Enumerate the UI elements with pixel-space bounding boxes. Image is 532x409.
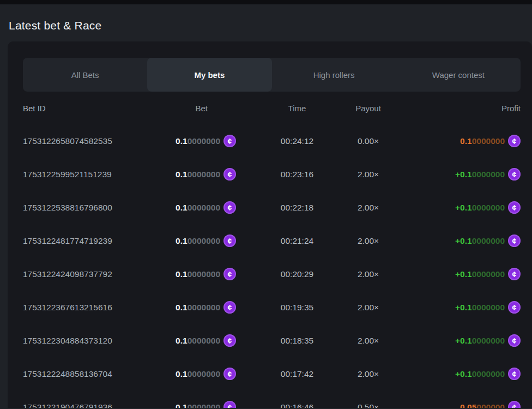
bet-amount-significant: 0.1 (176, 170, 188, 179)
bet-amount-cell: 0.10000000¢ (167, 135, 236, 147)
profit-cell: +0.10000000¢ (405, 268, 521, 280)
bet-amount-significant: 0.1 (176, 136, 188, 146)
profit-zeros: 0000000 (472, 269, 505, 279)
payout-cell: 2.00× (331, 303, 405, 312)
bet-id-cell: 1753122248858136704 (23, 369, 167, 379)
payout-cell: 2.00× (331, 336, 405, 346)
bet-amount-cell: 0.10000000¢ (167, 401, 236, 408)
coin-icon: ¢ (223, 234, 236, 247)
table-row[interactable]: 17531222488581367040.10000000¢00:17:422.… (23, 357, 521, 390)
time-cell: 00:23:16 (263, 170, 331, 179)
bet-amount-significant: 0.1 (176, 336, 188, 346)
table-row[interactable]: 17531224240987377920.10000000¢00:20:292.… (23, 257, 521, 291)
bet-id-cell: 1753122658074582535 (23, 136, 167, 146)
bets-tab-bar: All BetsMy betsHigh rollersWager contest (23, 58, 521, 92)
table-row[interactable]: 17531223048843731200.10000000¢00:18:352.… (23, 324, 521, 357)
profit-cell: +0.10000000¢ (405, 368, 521, 380)
profit-zeros: 0000000 (472, 236, 505, 246)
bets-table-body: 17531226580745825350.10000000¢00:24:120.… (23, 124, 521, 408)
page-title: Latest bet & Race (9, 19, 532, 32)
coin-icon: ¢ (508, 201, 521, 214)
profit-cell: +0.10000000¢ (405, 234, 521, 247)
time-cell: 00:18:35 (263, 336, 331, 346)
tab-all-bets[interactable]: All Bets (23, 58, 147, 92)
bet-amount-significant: 0.1 (176, 269, 188, 279)
coin-icon: ¢ (223, 135, 236, 147)
coin-icon: ¢ (223, 201, 236, 214)
profit-significant: +0.1 (455, 336, 472, 346)
bet-amount-significant: 0.1 (176, 236, 188, 246)
profit-significant: +0.1 (455, 369, 472, 379)
coin-icon: ¢ (223, 168, 236, 181)
bet-amount-cell: 0.10000000¢ (167, 301, 236, 314)
bet-amount-zeros: 0000000 (188, 170, 220, 179)
bet-id-cell: 1753122481774719239 (23, 236, 167, 246)
bet-amount-zeros: 0000000 (188, 336, 220, 346)
bet-amount-zeros: 0000000 (188, 136, 220, 146)
payout-cell: 0.50× (331, 402, 405, 408)
profit-cell: 0.05000000¢ (405, 401, 521, 408)
table-row[interactable]: 17531223676132156160.10000000¢00:19:352.… (23, 291, 521, 324)
bet-amount-zeros: 0000000 (188, 369, 220, 379)
table-row[interactable]: 17531225388167968000.10000000¢00:22:182.… (23, 191, 521, 224)
coin-icon: ¢ (223, 334, 236, 347)
profit-zeros: 0000000 (472, 369, 505, 379)
coin-icon: ¢ (508, 401, 521, 408)
coin-icon: ¢ (508, 334, 521, 347)
payout-cell: 0.00× (331, 136, 405, 146)
bet-amount-significant: 0.1 (176, 402, 188, 408)
coin-icon: ¢ (508, 268, 521, 280)
coin-icon: ¢ (223, 368, 236, 380)
bet-amount-zeros: 0000000 (188, 203, 220, 213)
tab-wager-contest[interactable]: Wager contest (396, 58, 521, 92)
coin-icon: ¢ (508, 301, 521, 314)
coin-icon: ¢ (223, 401, 236, 408)
time-cell: 00:19:35 (263, 303, 331, 312)
bet-amount-significant: 0.1 (176, 303, 188, 312)
column-header-profit: Profit (405, 104, 521, 113)
bet-amount-cell: 0.10000000¢ (167, 368, 236, 380)
time-cell: 00:24:12 (263, 136, 331, 146)
bet-id-cell: 1753122599521151239 (23, 170, 167, 179)
bet-amount-cell: 0.10000000¢ (167, 168, 236, 181)
bet-amount-cell: 0.10000000¢ (167, 201, 236, 214)
profit-significant: +0.1 (455, 303, 472, 312)
payout-cell: 2.00× (331, 170, 405, 179)
profit-cell: 0.10000000¢ (405, 135, 521, 147)
profit-cell: +0.10000000¢ (405, 334, 521, 347)
tab-label: High rollers (313, 70, 355, 80)
bet-id-cell: 1753122538816796800 (23, 203, 167, 213)
tab-high-rollers[interactable]: High rollers (272, 58, 396, 92)
table-row[interactable]: 17531224817747192390.10000000¢00:21:242.… (23, 224, 521, 257)
profit-zeros: 0000000 (472, 136, 505, 146)
payout-cell: 2.00× (331, 269, 405, 279)
bet-id-cell: 1753122190476791936 (23, 402, 167, 408)
bet-amount-zeros: 0000000 (188, 303, 220, 312)
coin-icon: ¢ (508, 135, 521, 147)
bet-id-cell: 1753122367613215616 (23, 303, 167, 312)
profit-cell: +0.10000000¢ (405, 168, 521, 181)
table-row[interactable]: 17531221904767919360.10000000¢00:16:460.… (23, 390, 521, 408)
profit-significant: 0.1 (460, 136, 472, 146)
profit-significant: +0.1 (455, 203, 472, 213)
bet-amount-significant: 0.1 (176, 369, 188, 379)
column-header-bet-id: Bet ID (23, 104, 167, 113)
bet-amount-zeros: 0000000 (188, 402, 220, 408)
profit-zeros: 0000000 (472, 336, 505, 346)
time-cell: 00:17:42 (263, 369, 331, 379)
bet-id-cell: 1753122304884373120 (23, 336, 167, 346)
time-cell: 00:16:46 (263, 402, 331, 408)
bet-amount-zeros: 0000000 (188, 269, 220, 279)
profit-significant: +0.1 (455, 236, 472, 246)
table-row[interactable]: 17531225995211512390.10000000¢00:23:162.… (23, 158, 521, 191)
coin-icon: ¢ (508, 368, 521, 380)
profit-zeros: 0000000 (472, 170, 505, 179)
time-cell: 00:20:29 (263, 269, 331, 279)
tab-my-bets[interactable]: My bets (147, 58, 271, 92)
coin-icon: ¢ (223, 268, 236, 280)
table-row[interactable]: 17531226580745825350.10000000¢00:24:120.… (23, 124, 521, 158)
payout-cell: 2.00× (331, 369, 405, 379)
bet-amount-cell: 0.10000000¢ (167, 334, 236, 347)
column-header-time: Time (263, 104, 331, 113)
bet-amount-cell: 0.10000000¢ (167, 234, 236, 247)
